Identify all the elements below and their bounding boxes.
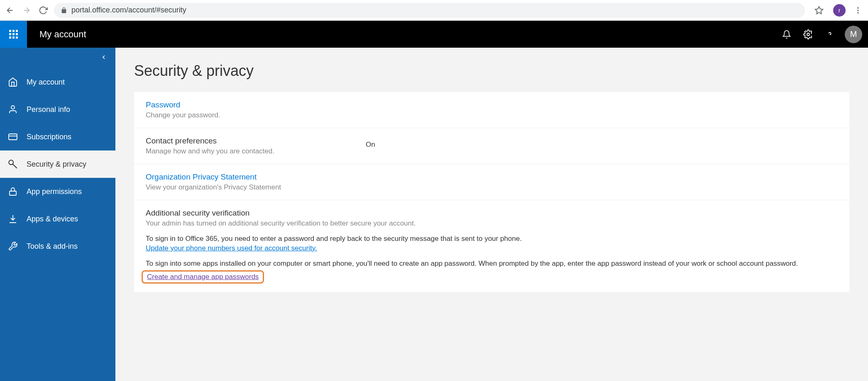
user-avatar[interactable]: M (845, 26, 862, 43)
sidebar-item-apps-devices[interactable]: Apps & devices (0, 205, 115, 233)
highlight-annotation: Create and manage app passwords (142, 270, 264, 284)
key-icon (7, 159, 18, 170)
section-org-privacy[interactable]: Organization Privacy Statement View your… (134, 164, 849, 200)
sidebar-item-label: App permissions (27, 187, 82, 196)
contact-title: Contact preferences (146, 136, 366, 146)
main-panel: Security & privacy Password Change your … (115, 48, 868, 381)
svg-point-4 (807, 33, 809, 36)
help-button[interactable] (821, 25, 839, 44)
sidebar-item-tools-addins[interactable]: Tools & add-ins (0, 233, 115, 260)
page-title: Security & privacy (134, 62, 849, 80)
notifications-button[interactable] (778, 25, 796, 44)
contact-desc: Manage how and why you are contacted. (146, 147, 366, 155)
browser-menu-icon[interactable] (852, 5, 864, 16)
card-icon (7, 132, 18, 142)
back-button[interactable] (4, 5, 16, 16)
bookmark-star-icon[interactable] (813, 5, 825, 16)
update-phone-link[interactable]: Update your phone numbers used for accou… (146, 244, 317, 252)
org-privacy-link[interactable]: Organization Privacy Statement (146, 172, 838, 182)
settings-panel: Password Change your password. Contact p… (134, 92, 849, 292)
svg-rect-10 (10, 191, 16, 195)
sidebar-item-label: My account (27, 78, 65, 87)
sidebar-item-personal-info[interactable]: Personal info (0, 96, 115, 123)
sidebar-item-app-permissions[interactable]: App permissions (0, 178, 115, 205)
forward-button[interactable] (21, 5, 32, 16)
sidebar-item-label: Personal info (27, 105, 70, 114)
lock-icon (7, 187, 18, 197)
collapse-sidebar-button[interactable] (100, 54, 107, 61)
password-link[interactable]: Password (146, 100, 838, 109)
url-text: portal.office.com/account/#security (71, 6, 798, 15)
section-additional-security: Additional security verification Your ad… (134, 200, 849, 292)
contact-value: On (366, 136, 375, 155)
app-passwords-link[interactable]: Create and manage app passwords (147, 273, 259, 281)
app-title: My account (39, 29, 86, 40)
additional-title: Additional security verification (146, 209, 838, 218)
app-launcher-button[interactable] (0, 21, 27, 48)
sidebar-item-subscriptions[interactable]: Subscriptions (0, 123, 115, 150)
lock-icon (61, 7, 67, 14)
sidebar-item-label: Subscriptions (27, 133, 71, 141)
browser-toolbar: portal.office.com/account/#security r (0, 0, 868, 21)
reload-button[interactable] (37, 5, 49, 16)
address-bar[interactable]: portal.office.com/account/#security (54, 3, 805, 18)
browser-profile-avatar[interactable]: r (833, 4, 846, 17)
svg-marker-0 (815, 6, 823, 13)
additional-line2: To sign into some apps installed on your… (146, 258, 838, 269)
person-icon (7, 104, 18, 114)
sidebar-item-label: Tools & add-ins (27, 242, 78, 251)
org-privacy-desc: View your organization's Privacy Stateme… (146, 183, 838, 192)
additional-line1: To sign in to Office 365, you need to en… (146, 233, 838, 244)
sidebar-item-label: Apps & devices (27, 215, 78, 223)
wrench-icon (7, 241, 18, 251)
svg-point-6 (11, 106, 15, 109)
home-icon (7, 77, 18, 87)
svg-point-2 (857, 10, 858, 11)
settings-button[interactable] (799, 25, 817, 44)
sidebar-item-label: Security & privacy (27, 160, 86, 169)
svg-point-3 (857, 12, 858, 13)
additional-desc: Your admin has turned on additional secu… (146, 219, 838, 228)
section-contact[interactable]: Contact preferences Manage how and why y… (134, 128, 849, 164)
waffle-icon (9, 30, 18, 39)
download-icon (7, 214, 18, 224)
sidebar-item-my-account[interactable]: My account (0, 68, 115, 96)
svg-rect-7 (9, 134, 17, 140)
content-area: My account Personal info Subscriptions S… (0, 48, 868, 381)
section-password[interactable]: Password Change your password. (134, 92, 849, 128)
sidebar-item-security[interactable]: Security & privacy (0, 150, 115, 178)
app-header: My account M (0, 21, 868, 48)
sidebar: My account Personal info Subscriptions S… (0, 48, 115, 381)
svg-point-1 (857, 7, 858, 8)
password-desc: Change your password. (146, 111, 838, 119)
